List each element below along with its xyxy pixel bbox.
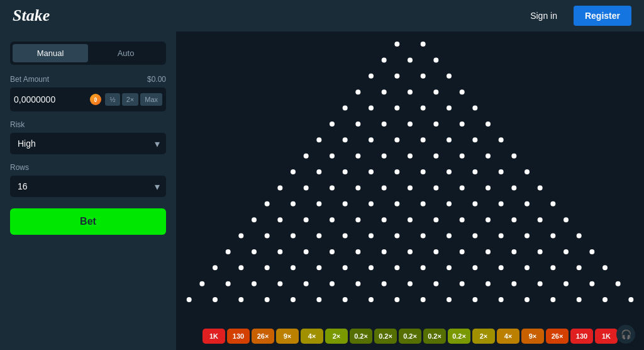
bet-button[interactable]: Bet: [10, 208, 166, 235]
max-button[interactable]: Max: [140, 93, 162, 106]
bet-multiplier-buttons: ½ 2× Max: [105, 93, 162, 106]
multiplier-bar: 1K13026×9×4×2×0.2×0.2×0.2×0.2×0.2×2×4×9×…: [176, 329, 644, 344]
register-button[interactable]: Register: [574, 6, 631, 26]
sidebar: Manual Auto Bet Amount $0.00 ₿ ½ 2× Max …: [0, 31, 176, 350]
support-icon[interactable]: 🎧: [616, 325, 635, 344]
rows-label: Rows: [10, 163, 166, 172]
multiplier-cell: 0.2×: [399, 329, 421, 344]
multiplier-cell: 0.2×: [350, 329, 372, 344]
bet-amount-input[interactable]: [14, 94, 87, 104]
multiplier-cell: 4×: [497, 329, 519, 344]
multiplier-cell: 130: [570, 329, 593, 344]
multiplier-cell: 9×: [521, 329, 544, 344]
logo: Stake: [13, 6, 50, 25]
tab-auto[interactable]: Auto: [88, 44, 164, 62]
multiplier-cell: 4×: [301, 329, 323, 344]
double-button[interactable]: 2×: [122, 93, 139, 106]
multiplier-cell: 1K: [595, 329, 618, 344]
multiplier-cell: 26×: [252, 329, 274, 344]
header-right: Sign in Register: [521, 6, 631, 26]
multiplier-cell: 9×: [276, 329, 299, 344]
multiplier-cell: 130: [227, 329, 250, 344]
bet-amount-section: Bet Amount $0.00: [10, 75, 166, 84]
header: Stake Sign in Register: [0, 0, 644, 31]
half-button[interactable]: ½: [105, 93, 119, 106]
multiplier-cell: 0.2×: [374, 329, 397, 344]
game-area: 1K13026×9×4×2×0.2×0.2×0.2×0.2×0.2×2×4×9×…: [176, 31, 644, 350]
bet-amount-value: $0.00: [147, 75, 166, 84]
risk-label: Risk: [10, 120, 166, 129]
rows-select-wrapper: 8 10 12 14 16: [10, 176, 166, 197]
risk-select[interactable]: Low Medium High: [10, 133, 166, 154]
bet-amount-label: Bet Amount: [10, 75, 49, 84]
multiplier-cell: 0.2×: [448, 329, 470, 344]
bet-input-row: ₿ ½ 2× Max: [10, 88, 166, 111]
multiplier-cell: 2×: [325, 329, 348, 344]
rows-select[interactable]: 8 10 12 14 16: [10, 176, 166, 197]
risk-select-wrapper: Low Medium High: [10, 133, 166, 154]
multiplier-cell: 1K: [203, 329, 225, 344]
multiplier-cell: 0.2×: [423, 329, 446, 344]
multiplier-cell: 2×: [472, 329, 495, 344]
tab-manual[interactable]: Manual: [13, 44, 88, 62]
plinko-field: [176, 31, 644, 312]
sign-in-button[interactable]: Sign in: [521, 6, 566, 26]
coin-icon: ₿: [90, 94, 101, 105]
tab-switcher: Manual Auto: [10, 42, 166, 65]
main-layout: Manual Auto Bet Amount $0.00 ₿ ½ 2× Max …: [0, 31, 644, 350]
plinko-canvas: [176, 31, 644, 312]
multiplier-cell: 26×: [546, 329, 569, 344]
